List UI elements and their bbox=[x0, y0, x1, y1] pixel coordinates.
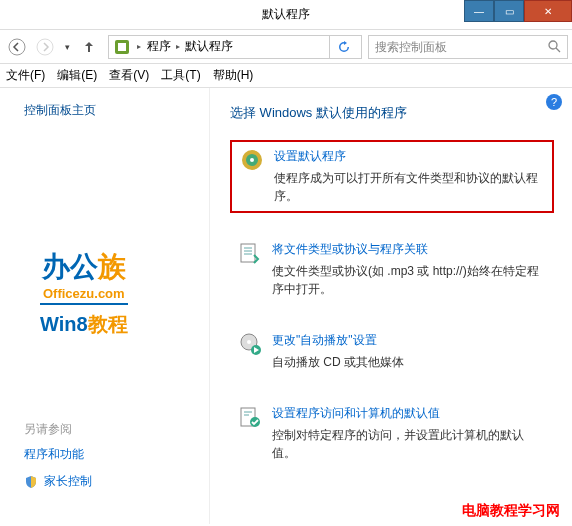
address-bar[interactable]: ▸ 程序 ▸ 默认程序 bbox=[108, 35, 362, 59]
up-button[interactable] bbox=[76, 34, 102, 60]
option-program-access-defaults[interactable]: 设置程序访问和计算机的默认值 控制对特定程序的访问，并设置此计算机的默认值。 bbox=[230, 399, 554, 468]
option-set-default-programs[interactable]: 设置默认程序 使程序成为可以打开所有文件类型和协议的默认程序。 bbox=[230, 140, 554, 213]
close-button[interactable]: ✕ bbox=[524, 0, 572, 22]
search-icon bbox=[548, 40, 561, 53]
svg-line-5 bbox=[556, 48, 560, 52]
sidebar-link-parental-controls[interactable]: 家长控制 bbox=[24, 473, 92, 490]
search-box[interactable] bbox=[368, 35, 568, 59]
autoplay-icon bbox=[238, 332, 262, 356]
breadcrumb-item[interactable]: 程序 bbox=[147, 38, 171, 55]
see-also-label: 另请参阅 bbox=[24, 421, 92, 438]
breadcrumb-item[interactable]: 默认程序 bbox=[185, 38, 233, 55]
svg-point-8 bbox=[250, 158, 254, 162]
svg-point-0 bbox=[9, 39, 25, 55]
default-programs-icon bbox=[240, 148, 264, 172]
svg-rect-9 bbox=[241, 244, 255, 262]
option-associate-file-type[interactable]: 将文件类型或协议与程序关联 使文件类型或协议(如 .mp3 或 http://)… bbox=[230, 235, 554, 304]
search-input[interactable] bbox=[375, 40, 548, 54]
option-desc: 使文件类型或协议(如 .mp3 或 http://)始终在特定程序中打开。 bbox=[272, 262, 546, 298]
history-dropdown[interactable]: ▾ bbox=[60, 42, 74, 52]
program-access-icon bbox=[238, 405, 262, 429]
back-button[interactable] bbox=[4, 34, 30, 60]
option-desc: 自动播放 CD 或其他媒体 bbox=[272, 353, 546, 371]
shield-icon bbox=[24, 475, 38, 489]
option-desc: 控制对特定程序的访问，并设置此计算机的默认值。 bbox=[272, 426, 546, 462]
menu-file[interactable]: 文件(F) bbox=[6, 67, 45, 84]
option-title: 将文件类型或协议与程序关联 bbox=[272, 241, 546, 258]
arrow-up-icon bbox=[81, 39, 97, 55]
option-title: 更改"自动播放"设置 bbox=[272, 332, 546, 349]
refresh-button[interactable] bbox=[329, 35, 357, 59]
page-heading: 选择 Windows 默认使用的程序 bbox=[230, 104, 554, 122]
menu-edit[interactable]: 编辑(E) bbox=[57, 67, 97, 84]
menu-help[interactable]: 帮助(H) bbox=[213, 67, 254, 84]
footer-watermark: 电脑教程学习网 bbox=[462, 502, 560, 520]
menu-view[interactable]: 查看(V) bbox=[109, 67, 149, 84]
programs-icon bbox=[113, 38, 131, 56]
svg-point-14 bbox=[247, 340, 251, 344]
chevron-right-icon: ▸ bbox=[174, 42, 182, 51]
option-title: 设置默认程序 bbox=[274, 148, 544, 165]
forward-button[interactable] bbox=[32, 34, 58, 60]
option-desc: 使程序成为可以打开所有文件类型和协议的默认程序。 bbox=[274, 169, 544, 205]
help-button[interactable]: ? bbox=[546, 94, 562, 110]
arrow-left-icon bbox=[8, 38, 26, 56]
maximize-button[interactable]: ▭ bbox=[494, 0, 524, 22]
menu-tools[interactable]: 工具(T) bbox=[161, 67, 200, 84]
file-association-icon bbox=[238, 241, 262, 265]
refresh-icon bbox=[337, 40, 351, 54]
sidebar-link-programs-features[interactable]: 程序和功能 bbox=[24, 446, 92, 463]
sidebar-home-link[interactable]: 控制面板主页 bbox=[24, 102, 199, 119]
watermark-logo: 办公族 Officezu.com Win8教程 bbox=[40, 248, 128, 338]
minimize-button[interactable]: — bbox=[464, 0, 494, 22]
arrow-right-icon bbox=[36, 38, 54, 56]
chevron-right-icon: ▸ bbox=[135, 42, 143, 51]
svg-rect-3 bbox=[118, 43, 126, 51]
svg-point-4 bbox=[549, 41, 557, 49]
option-title: 设置程序访问和计算机的默认值 bbox=[272, 405, 546, 422]
option-autoplay-settings[interactable]: 更改"自动播放"设置 自动播放 CD 或其他媒体 bbox=[230, 326, 554, 377]
svg-point-1 bbox=[37, 39, 53, 55]
